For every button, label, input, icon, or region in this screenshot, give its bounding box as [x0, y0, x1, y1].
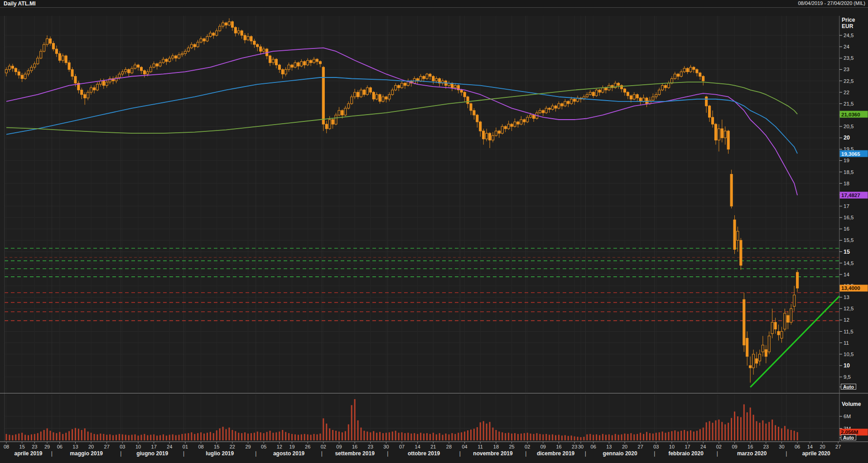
price-axis-currency: EUR [842, 23, 854, 29]
svg-text:23: 23 [844, 67, 849, 72]
svg-text:22: 22 [230, 444, 235, 449]
svg-text:17,4827: 17,4827 [841, 193, 860, 198]
svg-text:08: 08 [198, 444, 203, 449]
svg-text:13: 13 [844, 294, 849, 300]
svg-text:|: | [51, 450, 53, 457]
svg-text:23: 23 [763, 444, 769, 449]
svg-text:24,5: 24,5 [844, 33, 854, 38]
svg-text:10: 10 [669, 444, 675, 449]
svg-text:11: 11 [844, 340, 849, 346]
svg-text:06: 06 [795, 444, 800, 449]
svg-text:16: 16 [352, 444, 357, 449]
volume-pane-background [0, 395, 839, 442]
svg-text:30: 30 [383, 444, 389, 449]
svg-text:|: | [459, 450, 461, 457]
svg-text:|: | [387, 450, 388, 457]
svg-text:|: | [255, 450, 256, 457]
volume-axis-auto-button[interactable]: Auto [841, 434, 856, 440]
svg-text:|: | [717, 450, 718, 457]
svg-text:19: 19 [289, 444, 294, 449]
price-marker-13,4000: 13,4000 [840, 285, 868, 291]
svg-text:14: 14 [807, 444, 813, 449]
svg-text:02: 02 [716, 444, 722, 449]
svg-text:26: 26 [305, 444, 310, 449]
svg-text:11: 11 [478, 444, 483, 449]
svg-text:16: 16 [844, 226, 849, 232]
price-volume-chart-svg: PriceEUR24,52423,52322,52221,52120,52019… [0, 0, 868, 463]
svg-text:16: 16 [556, 444, 561, 449]
svg-text:19,3065: 19,3065 [841, 151, 860, 157]
svg-text:23: 23 [368, 444, 373, 449]
month-label: settembre 2019 [335, 450, 375, 457]
svg-text:15,5: 15,5 [844, 237, 854, 243]
svg-text:18: 18 [844, 181, 849, 186]
svg-text:29: 29 [44, 444, 50, 449]
svg-text:03: 03 [653, 444, 659, 449]
svg-text:14: 14 [415, 444, 420, 449]
svg-text:24: 24 [844, 44, 849, 49]
svg-text:30: 30 [578, 444, 583, 449]
svg-text:16,5: 16,5 [844, 215, 854, 220]
svg-text:28: 28 [446, 444, 452, 449]
svg-text:6M: 6M [844, 414, 851, 419]
svg-text:|: | [654, 450, 655, 457]
svg-text:|: | [525, 450, 526, 457]
svg-text:22: 22 [844, 90, 849, 95]
svg-text:30: 30 [779, 444, 784, 449]
month-label: febbraio 2020 [668, 450, 704, 457]
svg-text:12: 12 [277, 444, 282, 449]
svg-text:23: 23 [572, 444, 577, 449]
month-label: aprile 2019 [14, 450, 42, 457]
svg-text:09: 09 [336, 444, 342, 449]
svg-text:21,0360: 21,0360 [841, 112, 860, 117]
svg-text:11,5: 11,5 [844, 329, 854, 334]
svg-text:22,5: 22,5 [844, 78, 854, 84]
month-label: maggio 2019 [70, 450, 103, 457]
svg-text:12: 12 [844, 317, 849, 323]
svg-text:20: 20 [88, 444, 94, 449]
svg-text:19: 19 [844, 158, 849, 163]
svg-text:|: | [321, 450, 323, 457]
svg-text:15: 15 [844, 249, 850, 255]
svg-text:|: | [585, 450, 586, 457]
month-label: ottobre 2019 [408, 450, 440, 457]
svg-text:13,4000: 13,4000 [841, 285, 860, 291]
svg-text:25: 25 [509, 444, 514, 449]
price-axis-title: Price [842, 17, 855, 23]
svg-text:21: 21 [430, 444, 436, 449]
svg-text:13: 13 [606, 444, 612, 449]
price-pane-background [0, 16, 839, 392]
svg-text:|: | [120, 450, 121, 457]
svg-text:18: 18 [493, 444, 499, 449]
month-label: agosto 2019 [273, 450, 305, 457]
svg-text:17: 17 [685, 444, 690, 449]
price-marker-17,4827: 17,4827 [840, 192, 868, 198]
svg-text:09: 09 [732, 444, 737, 449]
svg-text:20: 20 [622, 444, 627, 449]
svg-text:01: 01 [183, 444, 188, 449]
svg-text:10: 10 [844, 362, 850, 369]
svg-text:9,5: 9,5 [844, 374, 851, 380]
month-label: giugno 2019 [136, 450, 168, 457]
month-label: luglio 2019 [206, 450, 234, 457]
price-marker-19,3065: 19,3065 [840, 150, 868, 157]
svg-text:29: 29 [245, 444, 251, 449]
svg-text:14: 14 [844, 272, 849, 277]
svg-text:14,5: 14,5 [844, 260, 854, 266]
svg-text:16: 16 [747, 444, 753, 449]
month-label: aprile 2020 [802, 450, 830, 457]
price-axis-auto-button[interactable]: Auto [841, 384, 856, 390]
svg-text:18,5: 18,5 [844, 169, 854, 175]
svg-text:08: 08 [4, 444, 9, 449]
month-label: dicembre 2019 [537, 450, 575, 457]
chart-application-window: Daily ATL.MI 08/04/2019 - 27/04/2020 (MI… [0, 0, 868, 463]
svg-text:06: 06 [591, 444, 596, 449]
svg-text:02: 02 [525, 444, 530, 449]
svg-text:15: 15 [19, 444, 25, 449]
svg-text:06: 06 [57, 444, 63, 449]
month-label: gennaio 2020 [603, 450, 637, 457]
svg-text:07: 07 [399, 444, 405, 449]
svg-text:27: 27 [638, 444, 643, 449]
month-label: marzo 2020 [737, 450, 767, 457]
svg-text:03: 03 [120, 444, 125, 449]
